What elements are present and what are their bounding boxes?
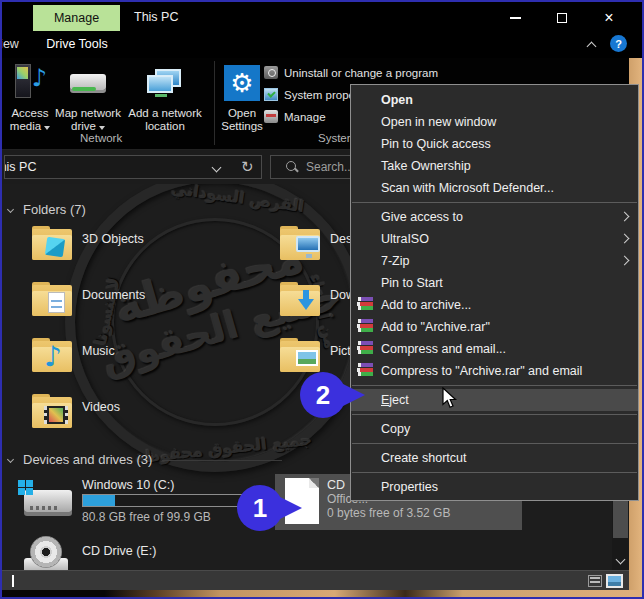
folder-music[interactable]: ♪ Music — [26, 334, 266, 388]
annotation-number: 1 — [253, 493, 267, 524]
menu-item-eject[interactable]: Eject — [351, 389, 638, 411]
network-drive-icon — [54, 62, 122, 104]
ribbon-group-separator — [214, 61, 215, 145]
drive-c-used-fill — [83, 495, 115, 506]
menu-item-7zip[interactable]: 7-Zip — [351, 250, 638, 272]
tab-view[interactable]: View — [0, 37, 19, 51]
cd-drive-free-space: 0 bytes free of 3.52 GB — [327, 506, 450, 520]
desktop-background-bottom — [2, 590, 642, 597]
folder-3d-objects[interactable]: 3D Objects — [26, 222, 266, 276]
text-caret — [12, 575, 14, 587]
film-strip-icon — [44, 406, 68, 424]
submenu-arrow-icon — [620, 234, 630, 244]
menu-item-compress-email[interactable]: Compress and email... — [351, 338, 638, 360]
add-location-label-1: Add a network — [122, 107, 208, 120]
menu-item-pin-quick-access[interactable]: Pin to Quick access — [351, 133, 638, 155]
3d-cube-icon — [45, 237, 65, 257]
menu-item-copy[interactable]: Copy — [351, 418, 638, 440]
defender-shield-icon — [357, 180, 373, 196]
collapse-ribbon-icon[interactable] — [587, 42, 597, 52]
menu-item-take-ownership[interactable]: Take Ownership — [351, 155, 638, 177]
folder-label: Documents — [82, 288, 145, 302]
search-icon — [285, 160, 299, 174]
hard-drive-icon — [18, 480, 74, 522]
add-network-location-button[interactable]: Add a network location — [122, 62, 208, 133]
collapse-devices-icon[interactable] — [7, 456, 14, 463]
manage-icon — [264, 110, 278, 123]
screenshot-frame: Manage This PC × View Drive Tools ? ♪ Ac… — [0, 0, 644, 599]
menu-separator — [352, 202, 637, 203]
menu-item-compress-rar-email[interactable]: Compress to "Archive.rar" and email — [351, 360, 638, 382]
title-bar: Manage This PC × — [2, 2, 642, 31]
photo-icon — [296, 350, 318, 366]
close-icon: × — [604, 9, 613, 27]
uninstall-icon — [264, 66, 278, 79]
watermark-arc-top: القرص السوداني — [170, 184, 305, 216]
breadcrumb: This PC — [5, 158, 175, 176]
maximize-icon — [557, 13, 567, 23]
folder-icon — [32, 282, 72, 316]
menu-item-properties[interactable]: Properties — [351, 476, 638, 498]
menu-item-add-to-archive-rar[interactable]: Add to "Archive.rar" — [351, 316, 638, 338]
folders-section-header[interactable]: Folders (7) — [8, 202, 86, 217]
minimize-icon — [510, 17, 521, 19]
uninstall-label: Uninstall or change a program — [284, 67, 438, 79]
winrar-icon — [357, 341, 373, 357]
folder-icon — [280, 226, 320, 260]
section-divider — [162, 460, 282, 461]
scrollbar-thumb[interactable] — [613, 500, 628, 538]
folder-documents[interactable]: Documents — [26, 278, 266, 332]
access-media-button[interactable]: ♪ Access media — [6, 62, 54, 133]
minimize-button[interactable] — [498, 7, 532, 29]
mouse-cursor-icon — [442, 387, 461, 409]
menu-item-open-new-window[interactable]: Open in new window — [351, 111, 638, 133]
manage-button[interactable]: Manage — [264, 110, 326, 123]
annotation-pin-1: 1 — [237, 485, 283, 531]
desktop-monitor-icon — [296, 236, 320, 252]
refresh-icon[interactable]: ↻ — [241, 158, 254, 176]
submenu-arrow-icon — [620, 256, 630, 266]
folder-videos[interactable]: Videos — [26, 390, 266, 444]
tab-drive-tools[interactable]: Drive Tools — [44, 37, 110, 51]
open-settings-label-1: Open — [220, 107, 264, 120]
drive-e-label: CD Drive (E:) — [82, 544, 156, 558]
address-bar[interactable]: This PC ↻ — [4, 155, 262, 179]
add-location-label-2: location — [122, 120, 208, 133]
open-settings-button[interactable]: ⚙ Open Settings — [220, 62, 264, 133]
thumbnail-view-button[interactable] — [606, 574, 623, 588]
winrar-icon — [357, 319, 373, 335]
network-monitors-icon — [122, 62, 208, 104]
close-button[interactable]: × — [592, 7, 626, 29]
menu-item-open[interactable]: Open — [351, 89, 638, 111]
menu-item-create-shortcut[interactable]: Create shortcut — [351, 447, 638, 469]
maximize-button[interactable] — [545, 7, 579, 29]
scroll-down-icon[interactable] — [616, 555, 626, 565]
collapse-folders-icon[interactable] — [7, 206, 14, 213]
uninstall-program-button[interactable]: Uninstall or change a program — [264, 66, 438, 79]
menu-item-give-access[interactable]: Give access to — [351, 206, 638, 228]
ribbon-tab-row: View Drive Tools ? — [2, 31, 642, 58]
search-placeholder: Search... — [306, 160, 354, 174]
access-media-label-1: Access — [6, 107, 54, 120]
menu-item-add-to-archive[interactable]: Add to archive... — [351, 294, 638, 316]
context-menu: Open Open in new window Pin to Quick acc… — [350, 84, 639, 501]
map-drive-label-1: Map network — [54, 107, 122, 120]
folder-label: Music — [82, 344, 115, 358]
cd-drive-icon — [22, 536, 74, 570]
help-icon[interactable]: ? — [610, 35, 627, 52]
submenu-arrow-icon — [620, 212, 630, 222]
folder-icon — [280, 338, 320, 372]
map-network-drive-button[interactable]: Map network drive — [54, 62, 122, 133]
menu-item-pin-to-start[interactable]: Pin to Start — [351, 272, 638, 294]
open-settings-label-2: Settings — [220, 120, 264, 133]
tab-manage[interactable]: Manage — [33, 5, 120, 31]
devices-section-header[interactable]: Devices and drives (3) — [8, 452, 282, 467]
menu-item-ultraiso[interactable]: UltraISO — [351, 228, 638, 250]
menu-item-scan-defender[interactable]: Scan with Microsoft Defender... — [351, 177, 638, 199]
address-dropdown-icon[interactable] — [212, 163, 222, 173]
thumbnail-view-icon — [608, 576, 621, 586]
details-view-button[interactable] — [588, 575, 602, 587]
annotation-pin-2: 2 — [300, 372, 346, 418]
menu-separator — [352, 472, 637, 473]
dropdown-caret-icon — [44, 126, 50, 130]
